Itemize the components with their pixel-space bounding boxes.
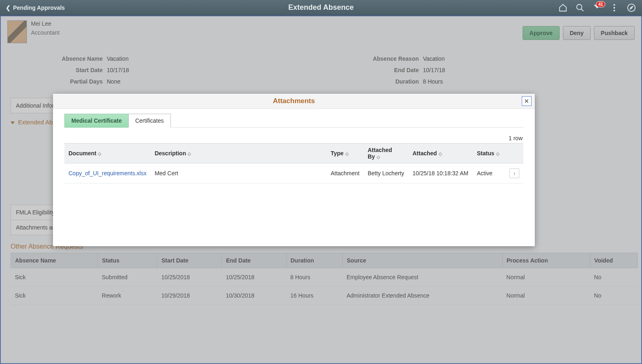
close-icon: ✕ — [524, 98, 529, 104]
table-row: Copy_of_UI_requirements.xlsx Med Cert At… — [64, 163, 523, 183]
sort-icon: ◇ — [345, 151, 349, 156]
sort-icon: ◇ — [377, 154, 380, 159]
svg-point-0 — [577, 4, 582, 9]
sort-icon: ◇ — [188, 151, 191, 156]
row-expand-button[interactable]: › — [510, 168, 519, 178]
col-description[interactable]: Description◇ — [150, 143, 327, 163]
chevron-right-icon: › — [514, 170, 516, 176]
col-status[interactable]: Status◇ — [473, 143, 505, 163]
tab-medical-certificate[interactable]: Medical Certificate — [64, 114, 129, 128]
modal-header: Attachments ✕ — [53, 94, 535, 109]
cell-attached: 10/25/18 10:18:32 AM — [408, 163, 473, 183]
attachments-modal: Attachments ✕ Medical Certificate Certif… — [53, 94, 535, 246]
chevron-left-icon: ❮ — [6, 4, 11, 11]
cell-status: Active — [473, 163, 505, 183]
home-icon[interactable] — [558, 3, 568, 13]
row-count: 1 row — [64, 133, 523, 143]
svg-point-3 — [613, 7, 615, 9]
document-link[interactable]: Copy_of_UI_requirements.xlsx — [68, 170, 146, 176]
notification-badge: 41 — [596, 1, 605, 7]
svg-point-2 — [613, 4, 615, 6]
sort-icon: ◇ — [496, 151, 499, 156]
col-document[interactable]: Document◇ — [64, 143, 150, 163]
top-bar: ❮ Pending Approvals Extended Absence 41 — [0, 0, 642, 15]
tab-certificates[interactable]: Certificates — [128, 114, 171, 128]
modal-title: Attachments — [273, 97, 315, 105]
close-button[interactable]: ✕ — [522, 96, 532, 106]
svg-point-4 — [613, 10, 615, 11]
page-title: Extended Absence — [0, 3, 642, 12]
cell-type: Attachment — [327, 163, 364, 183]
notifications-icon[interactable]: 41 — [592, 3, 602, 13]
back-button[interactable]: ❮ Pending Approvals — [0, 0, 71, 15]
modal-tabstrip: Medical Certificate Certificates — [64, 114, 523, 128]
sort-icon: ◇ — [439, 151, 442, 156]
compass-icon[interactable] — [627, 3, 636, 13]
menu-icon[interactable] — [609, 3, 619, 13]
cell-attached-by: Betty Locherty — [364, 163, 408, 183]
svg-line-1 — [581, 9, 584, 11]
col-type[interactable]: Type◇ — [327, 143, 364, 163]
search-icon[interactable] — [575, 3, 585, 13]
sort-icon: ◇ — [98, 151, 101, 156]
col-attached[interactable]: Attached◇ — [408, 143, 473, 163]
col-attached-by[interactable]: Attached By◇ — [364, 143, 408, 163]
cell-description: Med Cert — [150, 163, 327, 183]
attachments-table: Document◇ Description◇ Type◇ Attached By… — [64, 143, 523, 183]
topbar-icons: 41 — [558, 0, 642, 15]
back-label: Pending Approvals — [13, 4, 65, 11]
